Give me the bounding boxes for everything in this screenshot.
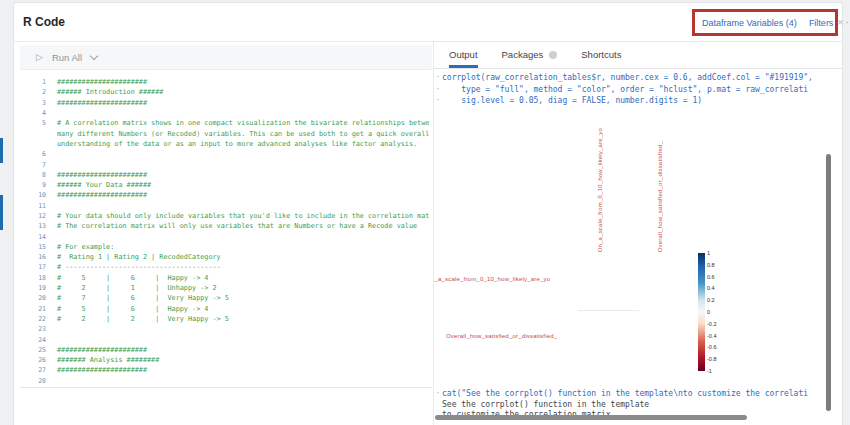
code-line[interactable]: 23 [20,324,432,334]
plot-cell-gridline [578,310,639,311]
legend-tick: -0.4 [707,333,727,339]
legend-tick: 1 [707,250,727,256]
vertical-scrollbar[interactable] [826,154,831,411]
correlation-plot: On_a_scale_from_0_10_how_likely_are_yo O… [434,105,830,389]
page-title: R Code [23,15,65,29]
code-line[interactable]: understanding of the data or as an input… [20,139,432,149]
code-line[interactable]: 4 [20,108,432,118]
filters-link[interactable]: Filters [809,18,834,28]
chevron-down-icon[interactable] [90,51,98,59]
line-number: 8 [20,171,46,179]
code-line[interactable]: 21# 5 | 6 | Happy -> 4 [20,304,432,314]
line-number: 24 [20,336,46,344]
legend-tick: -0.2 [707,321,727,327]
legend-tick: -0.8 [707,356,727,362]
line-number: 22 [20,315,46,323]
cat-result-line: See the corrplot() function in the templ… [442,400,649,411]
line-number: 6 [20,150,46,158]
code-line[interactable]: 22# 2 | 2 | Very Happy -> 5 [20,314,432,324]
plot-row-label: Overall_how_satisfied_or_dissatisfied_ [446,333,557,339]
code-line[interactable]: 25###################### [20,345,432,355]
run-all-label: Run All [52,52,82,63]
legend-tick: 0.2 [707,297,727,303]
code-line[interactable]: 24 [20,334,432,344]
dataframe-variables-link[interactable]: Dataframe Variables (4) [702,18,797,28]
plot-column-label: Overall_how_satisfied_or_dissatisfied_ [657,141,663,252]
line-number: 1 [20,78,46,86]
run-all-button[interactable]: ▷ Run All [20,45,432,69]
left-edge-tab-2[interactable] [0,195,3,230]
code-line[interactable]: 20# 7 | 6 | Very Happy -> 5 [20,293,432,303]
line-number: 23 [20,325,46,333]
legend-tick: -1 [707,368,727,374]
line-number: 20 [20,294,46,302]
line-number: 25 [20,346,46,354]
code-line[interactable]: 11 [20,201,432,211]
line-number: 13 [20,222,46,230]
code-line[interactable]: 15# For example: [20,242,432,252]
console-output: ·corrplot(raw_correlation_tables$r, numb… [434,73,842,108]
code-line[interactable]: 14 [20,231,432,241]
legend-tick: 0.6 [707,274,727,280]
code-line[interactable]: 13# The correlation matrix will only use… [20,221,432,231]
code-line[interactable]: 5# A correlation matrix shows in one com… [20,118,432,128]
legend-tick: 0 [707,309,727,315]
output-panel: Output Packages Shortcuts ·corrplot(raw_… [433,41,842,425]
legend-tick: 0.4 [707,285,727,291]
line-number: 7 [20,161,46,169]
tab-shortcuts[interactable]: Shortcuts [581,49,621,68]
line-number: 16 [20,253,46,261]
code-line[interactable]: 1###################### [20,77,432,87]
code-line[interactable]: 2###### Introduction ###### [20,87,432,97]
legend-tick: 0.8 [707,262,727,268]
code-editor[interactable]: 1###################### 2###### Introduc… [20,69,432,388]
console-bullet-icon: · [434,389,442,400]
code-line[interactable]: 8###################### [20,170,432,180]
line-number: 17 [20,263,46,271]
code-line[interactable]: 16# Rating 1 | Rating 2 | RecodedCategor… [20,252,432,262]
code-line[interactable]: 12# Your data should only include variab… [20,211,432,221]
tab-packages[interactable]: Packages [502,49,558,68]
line-number: 26 [20,356,46,364]
code-line[interactable]: 3###################### [20,98,432,108]
legend-tick: -0.6 [707,344,727,350]
console-bullet-icon: · [434,85,442,97]
line-number: 3 [20,99,46,107]
code-line[interactable]: 10###################### [20,190,432,200]
color-scale-legend [698,253,705,371]
code-line[interactable]: 26####### Analysis ######## [20,355,432,365]
horizontal-scrollbar[interactable] [435,415,747,420]
line-number: 11 [20,202,46,210]
line-number: 10 [20,191,46,199]
code-line[interactable]: 18# 5 | 6 | Happy -> 4 [20,273,432,283]
code-line[interactable]: 6 [20,149,432,159]
output-tabbar: Output Packages Shortcuts [434,41,842,69]
line-number: 19 [20,284,46,292]
line-number: 9 [20,181,46,189]
cat-command-line: cat("See the corrplot() function in the … [442,389,808,400]
code-line[interactable]: many different Numbers (or Recoded) vari… [20,128,432,138]
tab-output[interactable]: Output [449,49,478,68]
line-number: 4 [20,109,46,117]
console-bullet-icon: · [434,73,442,85]
packages-badge-icon [549,51,557,59]
r-code-card: R Code Dataframe Variables (4) Filters ·… [13,2,843,425]
line-number: 27 [20,366,46,374]
annotation-highlight-box: Dataframe Variables (4) Filters ··· [692,9,838,36]
code-line[interactable]: 27###################### [20,365,432,375]
play-icon: ▷ [36,52,43,62]
line-number: 15 [20,243,46,251]
line-number: 28 [20,377,46,385]
line-number: 12 [20,212,46,220]
code-line[interactable]: 19# 2 | 1 | Unhappy -> 2 [20,283,432,293]
code-line[interactable]: 28 [20,376,432,386]
more-options-icon[interactable]: ··· [845,17,850,28]
line-number: 5 [20,119,46,127]
plot-row-label: On_a_scale_from_0_10_how_likely_are_yo [434,276,550,282]
console-command-line: type = "full", method = "color", order =… [442,85,808,97]
line-number: 2 [20,88,46,96]
code-line[interactable]: 17# ------------------------------------… [20,262,432,272]
left-edge-tab-1[interactable] [0,138,3,163]
code-line[interactable]: 7 [20,159,432,169]
code-line[interactable]: 9###### Your Data ###### [20,180,432,190]
